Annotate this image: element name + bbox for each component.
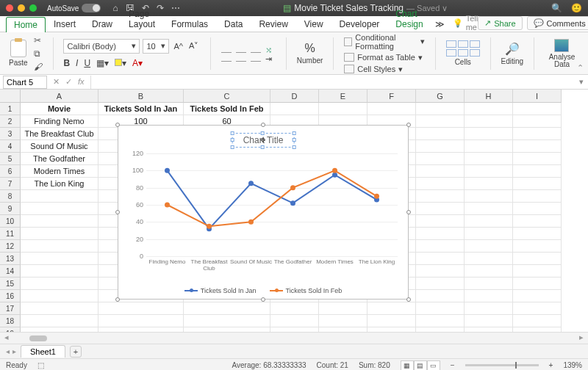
legend-series-2[interactable]: Tickets Sold In Feb [270, 287, 343, 294]
chart-marker[interactable] [332, 168, 337, 173]
row-header-17[interactable]: 17 [0, 302, 21, 315]
cell-H14[interactable] [465, 265, 513, 278]
font-color-button[interactable]: A▾ [132, 58, 143, 68]
cell-H8[interactable] [465, 190, 513, 203]
cell-I7[interactable] [513, 178, 562, 190]
cell-E18[interactable] [319, 315, 368, 327]
row-header-16[interactable]: 16 [0, 290, 21, 302]
cell-G17[interactable] [416, 302, 465, 315]
cell-H4[interactable] [465, 140, 513, 153]
cell-A14[interactable] [21, 265, 98, 278]
horizontal-scrollbar[interactable]: ◂ ▸ [0, 332, 588, 344]
paste-button[interactable]: Paste [9, 40, 28, 67]
cell-I13[interactable] [513, 253, 562, 265]
increase-font-button[interactable]: A^ [172, 42, 184, 51]
formula-input[interactable] [90, 76, 575, 89]
row-header-15[interactable]: 15 [0, 278, 21, 290]
cell-I12[interactable] [513, 240, 562, 253]
chart-marker[interactable] [374, 194, 379, 199]
account-icon[interactable]: 🙂 [571, 3, 582, 13]
cell-I14[interactable] [513, 265, 562, 278]
row-header-9[interactable]: 9 [0, 203, 21, 215]
align-left-button[interactable] [221, 54, 232, 62]
enter-formula-button[interactable]: ✓ [65, 77, 72, 87]
tab-review[interactable]: Review [251, 16, 295, 32]
tab-home[interactable]: Home [6, 17, 46, 32]
cell-H13[interactable] [465, 253, 513, 265]
cell-A15[interactable] [21, 278, 98, 290]
cell-G6[interactable] [416, 165, 465, 178]
cell-A16[interactable] [21, 290, 98, 302]
cell-H2[interactable] [465, 115, 513, 128]
cell-H18[interactable] [465, 315, 513, 327]
tab-chart-design[interactable]: Chart Design [387, 6, 431, 32]
cell-D1[interactable] [270, 103, 319, 115]
column-header-A[interactable]: A [21, 90, 98, 103]
cell-E17[interactable] [319, 302, 368, 315]
column-header-B[interactable]: B [98, 90, 184, 103]
autosave-toggle[interactable]: AutoSave [47, 4, 101, 12]
cell-I6[interactable] [513, 165, 562, 178]
cell-G7[interactable] [416, 178, 465, 190]
cell-G8[interactable] [416, 190, 465, 203]
fill-color-button[interactable]: ▾ [115, 58, 126, 68]
cell-C17[interactable] [184, 302, 270, 315]
cut-icon[interactable]: ✂ [34, 35, 43, 46]
comments-button[interactable]: 💬 Comments [527, 16, 588, 30]
cell-A3[interactable]: The Breakfast Club [21, 128, 98, 140]
ct-handle[interactable] [261, 131, 265, 135]
cell-A5[interactable]: The Godfather [21, 153, 98, 165]
row-header-5[interactable]: 5 [0, 153, 21, 165]
expand-formula-bar-button[interactable]: ▾ [575, 77, 588, 87]
cell-G3[interactable] [416, 128, 465, 140]
zoom-level[interactable]: 139% [563, 361, 582, 369]
legend-series-1[interactable]: Tickets Sold In Jan [184, 287, 257, 294]
row-header-6[interactable]: 6 [0, 165, 21, 178]
row-header-13[interactable]: 13 [0, 253, 21, 265]
cell-I1[interactable] [513, 103, 562, 115]
tab-insert[interactable]: Insert [46, 16, 84, 32]
cell-E1[interactable] [319, 103, 368, 115]
cell-A1[interactable]: Movie [21, 103, 98, 115]
chart-marker[interactable] [248, 220, 254, 225]
chart-title[interactable]: Chart Title ✥ [232, 133, 295, 148]
zoom-in-button[interactable]: + [549, 361, 553, 369]
chart-marker[interactable] [248, 181, 254, 186]
font-name-select[interactable]: Calibri (Body)▾ [63, 39, 140, 54]
cell-styles-button[interactable]: Cell Styles▾ [344, 65, 425, 74]
ct-handle[interactable] [261, 145, 265, 149]
chart-marker[interactable] [207, 224, 212, 229]
column-header-C[interactable]: C [184, 90, 270, 103]
align-top-button[interactable] [221, 46, 232, 53]
ct-handle[interactable] [231, 131, 234, 135]
normal-view-button[interactable]: ▦ [401, 360, 414, 371]
cell-I15[interactable] [513, 278, 562, 290]
border-button[interactable]: ▦▾ [96, 58, 109, 68]
resize-handle-ne[interactable] [406, 123, 411, 127]
accessibility-icon[interactable]: ⬚ [37, 361, 44, 369]
resize-handle-s[interactable] [261, 297, 265, 302]
chart-marker[interactable] [165, 203, 170, 208]
zoom-window-button[interactable] [29, 4, 37, 12]
row-header-8[interactable]: 8 [0, 190, 21, 203]
copy-icon[interactable]: ⧉ [34, 48, 43, 59]
cell-C18[interactable] [184, 315, 270, 327]
cell-I9[interactable] [513, 203, 562, 215]
cell-A7[interactable]: The Lion King [21, 178, 98, 190]
resize-handle-n[interactable] [261, 123, 265, 127]
cell-D17[interactable] [270, 302, 319, 315]
cell-A13[interactable] [21, 253, 98, 265]
cell-A17[interactable] [21, 302, 98, 315]
cell-G15[interactable] [416, 278, 465, 290]
cell-A6[interactable]: Modern Times [21, 165, 98, 178]
cell-I18[interactable] [513, 315, 562, 327]
sheet-tab-nav[interactable]: ◂▸ [6, 347, 16, 355]
cell-H9[interactable] [465, 203, 513, 215]
font-size-select[interactable]: 10▾ [143, 39, 169, 54]
cell-I16[interactable] [513, 290, 562, 302]
minimize-window-button[interactable] [18, 4, 25, 12]
ct-handle[interactable] [292, 131, 295, 135]
row-header-1[interactable]: 1 [0, 103, 21, 115]
resize-handle-se[interactable] [406, 297, 411, 302]
indent-button[interactable]: ⇥ [265, 54, 276, 62]
